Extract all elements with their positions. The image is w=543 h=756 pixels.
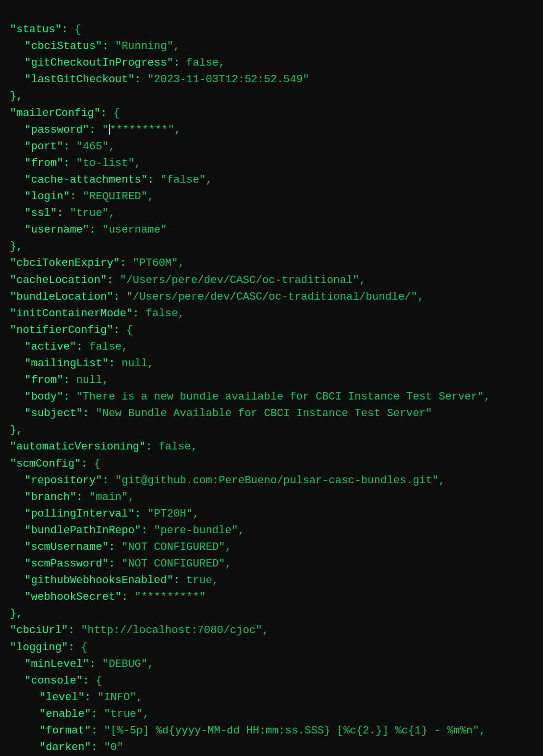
code-line: "mailerConfig": { bbox=[10, 105, 533, 122]
code-line: "login": "REQUIRED", bbox=[10, 189, 533, 205]
code-line: "scmUsername": "NOT CONFIGURED", bbox=[10, 539, 533, 556]
code-line: "darken": "0" bbox=[10, 739, 533, 756]
code-line: }, bbox=[10, 606, 533, 622]
code-line: "gitCheckoutInProgress": false, bbox=[10, 55, 533, 71]
code-line: "pollingInterval": "PT20H", bbox=[10, 506, 533, 522]
code-line: "port": "465", bbox=[10, 139, 533, 155]
code-line: "cacheLocation": "/Users/pere/dev/CASC/o… bbox=[10, 272, 533, 289]
code-line: "body": "There is a new bundle available… bbox=[10, 389, 533, 405]
code-line: "password": "*********", bbox=[10, 122, 533, 139]
code-line: "branch": "main", bbox=[10, 489, 533, 506]
code-line: "status": { bbox=[10, 22, 533, 38]
code-line: "mailingList": null, bbox=[10, 355, 533, 372]
code-line: "level": "INFO", bbox=[10, 689, 533, 706]
code-line: "logging": { bbox=[10, 639, 533, 656]
code-line: "minLevel": "DEBUG", bbox=[10, 656, 533, 673]
code-line: "cache-attachments": "false", bbox=[10, 172, 533, 189]
code-line: "format": "[%-5p] %d{yyyy-MM-dd HH:mm:ss… bbox=[10, 723, 533, 739]
code-line: "from": "to-list", bbox=[10, 155, 533, 172]
code-line: }, bbox=[10, 238, 533, 255]
code-line: "initContainerMode": false, bbox=[10, 306, 533, 322]
code-line: }, bbox=[10, 422, 533, 439]
code-display: "status": {"cbciStatus": "Running","gitC… bbox=[10, 5, 533, 756]
code-line: "from": null, bbox=[10, 372, 533, 389]
code-line: "bundleLocation": "/Users/pere/dev/CASC/… bbox=[10, 289, 533, 306]
code-line: "webhookSecret": "*********" bbox=[10, 589, 533, 606]
code-line: "scmConfig": { bbox=[10, 456, 533, 472]
code-line: "bundlePathInRepo": "pere-bundle", bbox=[10, 522, 533, 539]
code-line: "cbciStatus": "Running", bbox=[10, 38, 533, 55]
code-line: "notifierConfig": { bbox=[10, 322, 533, 339]
code-line: "ssl": "true", bbox=[10, 205, 533, 222]
code-line: "lastGitCheckout": "2023-11-03T12:52:52.… bbox=[10, 71, 533, 88]
code-line: "active": false, bbox=[10, 339, 533, 355]
code-line: "subject": "New Bundle Available for CBC… bbox=[10, 405, 533, 422]
code-line: "username": "username" bbox=[10, 222, 533, 238]
code-line: "automaticVersioning": false, bbox=[10, 439, 533, 455]
code-line: }, bbox=[10, 88, 533, 105]
code-line: "cbciTokenExpiry": "PT60M", bbox=[10, 255, 533, 272]
text-cursor bbox=[109, 124, 110, 135]
code-line: "githubWebhooksEnabled": true, bbox=[10, 572, 533, 589]
code-line: "cbciUrl": "http://localhost:7080/cjoc", bbox=[10, 622, 533, 639]
code-line: "console": { bbox=[10, 673, 533, 689]
code-line: "repository": "git@github.com:PereBueno/… bbox=[10, 472, 533, 489]
code-line: "scmPassword": "NOT CONFIGURED", bbox=[10, 556, 533, 572]
code-line: "enable": "true", bbox=[10, 706, 533, 723]
